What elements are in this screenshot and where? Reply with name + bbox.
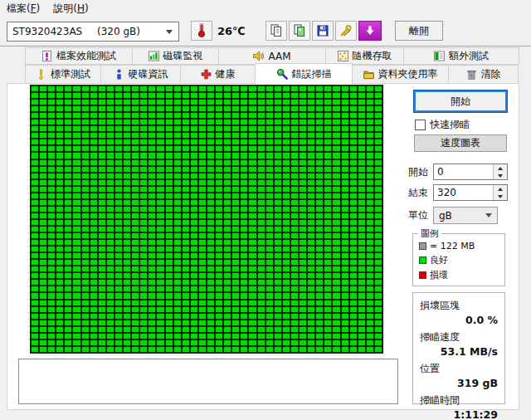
scan-block — [342, 320, 348, 325]
tab-file-benchmark[interactable]: 檔案效能測試 — [25, 47, 133, 65]
tab-error-scan[interactable]: 錯誤掃描 — [255, 63, 353, 84]
scan-block — [140, 193, 147, 198]
scan-block — [157, 307, 163, 312]
gray-block-icon — [419, 242, 426, 250]
scan-block — [199, 293, 206, 298]
scan-block — [199, 247, 206, 252]
tab-random-access[interactable]: 隨機存取 — [325, 47, 404, 65]
scan-block — [157, 247, 163, 252]
tab-disk-info[interactable]: 硬碟資訊 — [100, 65, 181, 84]
scan-block — [157, 86, 163, 91]
scan-block — [375, 180, 382, 185]
scan-block — [358, 347, 365, 352]
unit-select[interactable]: gB — [433, 207, 498, 224]
scan-block — [199, 300, 206, 305]
scan-block — [199, 139, 206, 144]
start-position-input[interactable]: 0 — [433, 164, 508, 180]
scan-block — [199, 307, 206, 312]
scan-block — [350, 213, 357, 218]
scan-block — [149, 227, 155, 232]
tab-strip-lower: 標準測試 硬碟資訊 健康 錯誤掃描 — [25, 65, 519, 84]
scan-block — [216, 327, 222, 332]
drive-select-combobox[interactable]: ST9320423AS (320 gB) — [7, 22, 179, 42]
scan-block — [232, 167, 239, 172]
tab-standard-test[interactable]: 標準測試 — [25, 65, 101, 84]
scan-block — [199, 207, 206, 212]
menu-help[interactable]: 說明(H) — [46, 0, 95, 17]
spin-up-button[interactable] — [494, 185, 507, 193]
spin-down-button[interactable] — [494, 172, 507, 179]
scan-block — [82, 293, 89, 298]
scan-block — [275, 227, 281, 232]
scan-block — [140, 233, 147, 238]
quick-scan-checkbox[interactable] — [415, 120, 426, 130]
scan-block — [342, 106, 348, 111]
update-download-button[interactable] — [358, 21, 382, 41]
scan-block — [266, 173, 273, 178]
magnifier-icon — [276, 68, 288, 80]
scan-block — [90, 120, 97, 125]
tab-extra-tests[interactable]: 額外測試 — [403, 47, 519, 65]
tab-erase[interactable]: 清除 — [448, 65, 519, 84]
stat-label: 損壞區塊 — [420, 299, 498, 313]
menu-file[interactable]: 檔案(F) — [0, 0, 46, 17]
scan-block-grid — [30, 85, 383, 354]
speed-map-button[interactable]: 速度圖表 — [414, 134, 507, 152]
scan-block — [324, 160, 331, 165]
tab-health[interactable]: 健康 — [180, 65, 256, 84]
scan-block — [32, 139, 38, 144]
scan-block — [124, 153, 130, 158]
scan-block — [82, 240, 89, 245]
scan-block — [266, 213, 273, 218]
scan-block — [107, 86, 114, 91]
options-button[interactable] — [335, 21, 357, 41]
tab-disk-monitor[interactable]: 磁碟監視 — [132, 47, 219, 65]
copy-image-button[interactable] — [289, 21, 310, 41]
scan-block — [115, 180, 122, 185]
scan-block — [375, 233, 382, 238]
scan-block — [40, 314, 46, 319]
stat-value: 53.1 MB/s — [420, 345, 498, 358]
scan-block — [174, 187, 181, 192]
scan-block — [140, 286, 147, 291]
scan-block — [124, 247, 130, 252]
scan-block — [367, 314, 373, 319]
temperature-button[interactable] — [191, 21, 212, 41]
scan-block — [40, 207, 46, 212]
scan-block — [216, 120, 222, 125]
triangle-down-icon — [498, 174, 503, 178]
scan-block — [342, 193, 348, 198]
scan-block — [183, 334, 189, 339]
spin-down-button[interactable] — [494, 193, 507, 200]
scan-block — [291, 139, 298, 144]
start-scan-button[interactable]: 開始 — [414, 90, 507, 112]
scan-block — [375, 193, 382, 198]
exit-button[interactable]: 離開 — [395, 21, 443, 41]
tab-folder-usage[interactable]: 資料夾使用率 — [352, 65, 449, 84]
tab-aam[interactable]: AAM — [218, 47, 326, 65]
scan-block — [241, 233, 247, 238]
spin-up-button[interactable] — [494, 164, 507, 172]
scan-block — [107, 347, 114, 352]
scan-block — [82, 307, 89, 312]
scan-block — [207, 93, 214, 98]
scan-block — [99, 113, 105, 118]
scan-block — [65, 173, 71, 178]
scan-block — [149, 160, 155, 165]
copy-button[interactable] — [266, 21, 287, 41]
scan-block — [82, 193, 89, 198]
scan-block — [140, 260, 147, 265]
scan-block — [241, 320, 247, 325]
scan-block — [232, 207, 239, 212]
save-icon — [316, 24, 329, 37]
scan-block — [316, 86, 323, 91]
scan-block — [90, 340, 97, 345]
save-button[interactable] — [312, 21, 334, 41]
scan-block — [375, 273, 382, 278]
scan-block — [350, 139, 357, 144]
scan-block — [324, 286, 331, 291]
bad-block-list[interactable] — [18, 359, 398, 404]
scan-block — [124, 253, 130, 258]
end-position-input[interactable]: 320 — [433, 184, 508, 201]
scan-block — [48, 334, 55, 339]
